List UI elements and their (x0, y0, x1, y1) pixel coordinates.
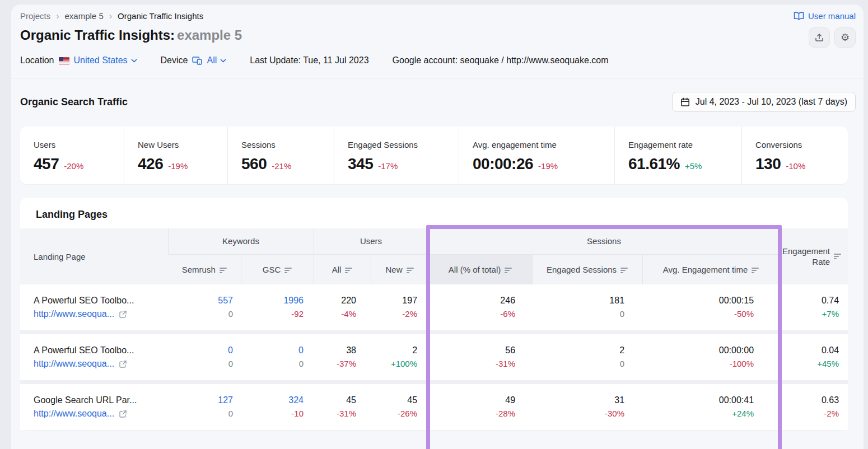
location-filter[interactable]: Location United States (20, 55, 137, 66)
devices-icon (192, 57, 202, 65)
landing-page-url-link[interactable]: http://www.seoqua... (34, 357, 114, 371)
cell-avg-engagement-time: 00:00:00-100% (642, 333, 780, 382)
date-range-label: Jul 4, 2023 - Jul 10, 2023 (last 7 days) (696, 97, 847, 107)
calendar-icon (680, 97, 690, 107)
breadcrumb-separator-icon: › (109, 12, 112, 21)
column-header-engaged-sessions[interactable]: Engaged Sessions (532, 254, 642, 284)
metric-delta: -19% (538, 161, 558, 171)
landing-page-title: Google Search URL Par... (34, 394, 168, 407)
metric-new-users: New Users 426-19% (124, 127, 227, 184)
column-group-users: Users (314, 228, 428, 254)
header-divider (11, 78, 864, 78)
location-value: United States (74, 55, 128, 66)
landing-pages-card: Landing Pages Landing Page Keywords User… (20, 198, 848, 430)
metric-delta: -21% (272, 161, 291, 171)
sort-icon (752, 268, 759, 273)
metric-engaged-sessions: Engaged Sessions 345-17% (334, 127, 459, 184)
table-row: Google Search URL Par... http://www.seoq… (20, 382, 848, 431)
last-update-text: Last Update: Tue, 11 Jul 2023 (250, 55, 368, 66)
metric-value: 426 (138, 155, 163, 173)
column-header-users-all[interactable]: All (314, 254, 371, 284)
project-name: example 5 (177, 27, 242, 43)
cell-landing-page: A Powerful SEO Toolbo... http://www.seoq… (20, 284, 168, 333)
cell-gsc-keywords: 00 (241, 333, 314, 382)
cell-sessions-all: 56-31% (428, 333, 532, 382)
cell-engagement-rate: 0.63-2% (780, 382, 848, 431)
landing-pages-title: Landing Pages (20, 198, 848, 228)
metric-delta: -10% (786, 161, 805, 171)
export-button[interactable] (809, 27, 830, 48)
column-header-landing-page: Landing Page (20, 228, 168, 284)
landing-page-url-link[interactable]: http://www.seoqua... (34, 407, 114, 420)
metric-delta: +5% (685, 161, 702, 171)
cell-sessions-all: 49-28% (428, 382, 532, 431)
metric-delta: -19% (168, 161, 188, 171)
sort-icon (345, 268, 352, 273)
landing-pages-table: Landing Page Keywords Users Sessions Eng… (20, 228, 848, 430)
cell-landing-page: Google Search URL Par... http://www.seoq… (20, 382, 168, 431)
table-row: A Powerful SEO Toolbo... http://www.seoq… (20, 333, 848, 382)
sort-icon (220, 268, 227, 273)
cell-landing-page: A Powerful SEO Toolbo... http://www.seoq… (20, 333, 168, 382)
table-row: A Powerful SEO Toolbo... http://www.seoq… (20, 284, 848, 333)
cell-engaged-sessions: 31-30% (532, 382, 642, 431)
landing-page-url-link[interactable]: http://www.seoqua... (34, 307, 114, 321)
column-header-sessions-all[interactable]: All (% of total) (428, 254, 532, 284)
cell-users-new: 45-26% (371, 382, 428, 431)
metric-conversions: Conversions 130-10% (741, 127, 848, 184)
location-label: Location (20, 55, 54, 66)
chevron-down-icon (131, 59, 137, 63)
cell-users-all: 45-31% (314, 382, 371, 431)
column-header-users-new[interactable]: New (371, 254, 428, 284)
device-value: All (207, 55, 217, 66)
user-manual-label: User manual (808, 11, 856, 21)
filters-bar: Location United States Device All (20, 55, 856, 78)
page-header: Projects › example 5 › Organic Traffic I… (20, 4, 856, 78)
cell-engagement-rate: 0.74+7% (780, 284, 848, 333)
column-header-avg-engagement-time[interactable]: Avg. Engagement time (642, 254, 780, 284)
book-icon (794, 12, 804, 20)
external-link-icon[interactable] (119, 311, 127, 318)
column-group-keywords: Keywords (168, 228, 314, 254)
cell-users-all: 220-4% (314, 284, 371, 333)
column-header-semrush[interactable]: Semrush (168, 254, 241, 284)
cell-gsc-keywords: 324-10 (241, 382, 314, 431)
sort-icon (284, 268, 292, 273)
cell-semrush-keywords: 5570 (168, 284, 241, 333)
metric-delta: -20% (64, 161, 83, 171)
date-range-button[interactable]: Jul 4, 2023 - Jul 10, 2023 (last 7 days) (672, 92, 856, 112)
settings-button[interactable]: ⚙ (834, 27, 856, 48)
metric-delta: -17% (378, 161, 398, 171)
external-link-icon[interactable] (119, 361, 127, 368)
cell-semrush-keywords: 00 (168, 333, 241, 382)
metric-value: 61.61% (628, 155, 680, 173)
user-manual-link[interactable]: User manual (794, 11, 856, 21)
cell-users-new: 2+100% (371, 333, 428, 382)
column-header-gsc[interactable]: GSC (241, 254, 314, 284)
metrics-card: Users 457-20% New Users 426-19% Sessions… (20, 127, 848, 184)
cell-engagement-rate: 0.04+45% (780, 333, 848, 382)
sort-icon (620, 268, 628, 273)
external-link-icon[interactable] (119, 410, 127, 418)
metric-value: 00:00:26 (473, 155, 533, 173)
breadcrumb: Projects › example 5 › Organic Traffic I… (20, 11, 203, 21)
page-title: Organic Traffic Insights:example 5 (20, 27, 242, 43)
metric-value: 345 (348, 155, 373, 173)
metric-value: 130 (755, 155, 781, 173)
column-header-engagement-rate[interactable]: Engagement Rate (780, 228, 848, 284)
cell-engaged-sessions: 1810 (532, 284, 642, 333)
breadcrumb-projects[interactable]: Projects (20, 11, 50, 21)
device-filter[interactable]: Device All (161, 55, 227, 66)
landing-page-title: A Powerful SEO Toolbo... (34, 294, 168, 307)
google-account-text: Google account: seoquake / http://www.se… (393, 55, 609, 66)
chevron-down-icon (220, 59, 226, 63)
cell-users-new: 197-2% (371, 284, 428, 333)
main-card: Projects › example 5 › Organic Traffic I… (11, 4, 864, 449)
cell-semrush-keywords: 1270 (168, 382, 241, 431)
metric-users: Users 457-20% (20, 127, 124, 184)
sort-icon (407, 268, 414, 273)
cell-gsc-keywords: 1996-92 (241, 284, 314, 333)
cell-avg-engagement-time: 00:00:15-50% (642, 284, 780, 333)
breadcrumb-project[interactable]: example 5 (65, 11, 104, 21)
metric-engagement-rate: Engagement rate 61.61%+5% (614, 127, 741, 184)
